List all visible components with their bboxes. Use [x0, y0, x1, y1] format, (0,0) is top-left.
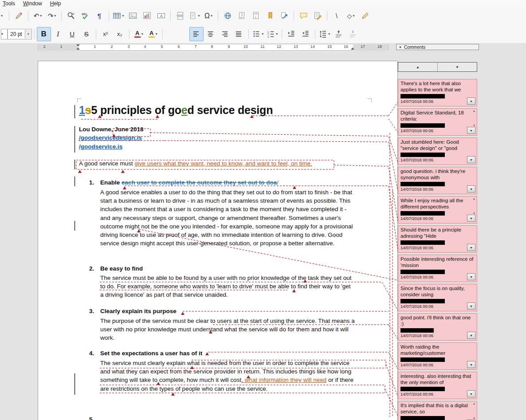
formatting-toolbar: ▾ 20 pt ▾ B I U S x² x₂ A ▾ A ▾	[0, 25, 526, 43]
insert-page-break-button[interactable]	[173, 9, 187, 23]
redo-button[interactable]: ↷▾	[45, 9, 59, 23]
comment-menu-button[interactable]: ▼	[467, 244, 475, 251]
font-color-dropdown-icon[interactable]: ▾	[141, 32, 143, 36]
insert-bookmark-button[interactable]	[263, 9, 277, 23]
menu-window[interactable]: Window	[23, 0, 42, 7]
comment-scrollbar[interactable]: ▲▼	[472, 197, 476, 215]
align-justify-button[interactable]	[232, 27, 246, 41]
bullet-list-button[interactable]: ▾	[251, 27, 265, 41]
align-right-button[interactable]	[218, 27, 232, 41]
insert-hyperlink-button[interactable]	[220, 9, 235, 23]
decrease-indent-button[interactable]	[298, 27, 313, 41]
next-comment-button[interactable]: ▼	[438, 63, 477, 71]
comment-box[interactable]: Just stumbled here: Good "service design…	[398, 137, 477, 165]
field-dropdown-icon[interactable]: ▾	[198, 14, 200, 18]
comment-menu-button[interactable]: ▼	[467, 127, 475, 134]
formatting-marks-button[interactable]: ¶	[92, 9, 106, 23]
line-spacing-dropdown-icon[interactable]: ▾	[328, 32, 330, 36]
comment-menu-button[interactable]: ▼	[467, 273, 475, 280]
insert-cross-reference-button[interactable]	[277, 9, 291, 23]
insert-endnote-button[interactable]: i	[249, 9, 263, 23]
comment-box[interactable]: interesting. also interesting that the o…	[398, 372, 477, 399]
decrease-paragraph-spacing-button[interactable]	[346, 27, 360, 41]
insert-textbox-button[interactable]: A	[154, 9, 168, 23]
superscript-button[interactable]: x²	[98, 27, 113, 41]
comment-scrollbar[interactable]: ▲▼	[472, 110, 476, 127]
bold-button[interactable]: B	[37, 27, 51, 41]
insert-image-button[interactable]	[126, 9, 140, 23]
comment-box[interactable]: There's a lot here that also applies to …	[398, 79, 477, 106]
basic-shapes-button[interactable]: ◇ ▾	[344, 9, 358, 23]
comment-menu-button[interactable]: ▼	[467, 156, 475, 163]
special-character-dropdown-icon[interactable]: ▾	[211, 14, 212, 18]
comment-date: 14/07/2018 00:06	[400, 216, 475, 221]
list-item-1-heading: 1.Enable each user to complete the outco…	[89, 179, 279, 186]
comment-box[interactable]: Since the focus is on quality, consider …	[398, 284, 477, 311]
bullet-list-dropdown-icon[interactable]: ▾	[262, 32, 263, 36]
left-indent-marker[interactable]	[76, 47, 80, 50]
comment-box[interactable]: Digital Service Standard, 18 criteria: 1…	[398, 108, 477, 136]
toolbar-overflow-partial[interactable]: ▾	[1, 9, 7, 23]
comment-menu-button[interactable]: ▼	[467, 332, 475, 339]
spelling-button[interactable]: abc	[78, 9, 92, 23]
paragraph-style-combo-partial[interactable]: ▾	[1, 29, 8, 39]
comment-box[interactable]: good question. i think they're synonymou…	[398, 167, 477, 194]
table-dropdown-icon[interactable]: ▾	[122, 14, 124, 18]
italic-button[interactable]: I	[51, 27, 65, 41]
comment-box[interactable]: Worth raiding the marketing/customer 14/…	[398, 342, 477, 370]
first-line-indent-marker[interactable]	[76, 44, 80, 47]
increase-paragraph-spacing-button[interactable]	[332, 27, 346, 41]
comment-menu-button[interactable]: ▼	[467, 390, 475, 397]
document-page[interactable]: 1s5 principles of goed service design Lo…	[38, 61, 398, 420]
show-draw-functions-button[interactable]	[358, 9, 372, 23]
numbered-list-button[interactable]: 1.2.3. ▾	[265, 27, 279, 41]
line-spacing-button[interactable]: ▾	[318, 27, 332, 41]
shapes-dropdown-icon[interactable]: ▾	[353, 14, 354, 18]
comment-box[interactable]: It's implied that this is a digital serv…	[398, 401, 477, 420]
clone-formatting-button[interactable]	[12, 9, 26, 23]
insert-line-button[interactable]: \	[330, 9, 344, 23]
comment-box[interactable]: good point. i'll think on that one :) 14…	[398, 313, 477, 341]
redo-dropdown-icon[interactable]: ▾	[54, 14, 56, 18]
font-size-dropdown-icon[interactable]: ▾	[25, 30, 31, 39]
increase-indent-button[interactable]	[284, 27, 298, 41]
align-right-icon	[220, 30, 229, 38]
find-replace-button[interactable]: ab	[64, 9, 78, 23]
comment-box[interactable]: While I enjoy reading all the different …	[398, 196, 477, 224]
highlight-color-button[interactable]: A ▾	[146, 27, 160, 41]
track-changes-button[interactable]	[310, 9, 325, 23]
menu-tools[interactable]: Tools	[3, 0, 15, 7]
comments-header-dropdown-icon[interactable]: ▼	[399, 46, 402, 49]
insert-table-button[interactable]: ▾	[111, 9, 126, 23]
insert-comment-button[interactable]	[296, 9, 310, 23]
strikethrough-button[interactable]: S	[79, 27, 94, 41]
undo-button[interactable]: ↶▾	[31, 9, 45, 23]
font-size-combo[interactable]: 20 pt ▾	[8, 29, 32, 39]
insert-field-button[interactable]: ▾	[187, 9, 201, 23]
align-center-button[interactable]	[204, 27, 218, 41]
comment-menu-button[interactable]: ▼	[467, 361, 475, 368]
undo-dropdown-icon[interactable]: ▾	[40, 14, 42, 18]
comments-ruler-header[interactable]: ▼ Comments	[396, 44, 479, 50]
highlight-dropdown-icon[interactable]: ▾	[156, 32, 157, 36]
menu-help[interactable]: Help	[50, 0, 61, 7]
comment-box[interactable]: Should there be a principle adressing "H…	[398, 225, 477, 253]
comment-box[interactable]: Possible interesting reference of 'missi…	[398, 255, 477, 282]
insert-special-character-button[interactable]: Ω ▾	[201, 9, 216, 23]
insert-footnote-button[interactable]: 1	[235, 9, 249, 23]
comment-scrollbar[interactable]: ▲▼	[472, 402, 476, 420]
right-indent-marker[interactable]	[351, 47, 354, 50]
previous-comment-button[interactable]: ▲	[398, 63, 438, 71]
comment-menu-button[interactable]: ▼	[467, 98, 475, 105]
comment-menu-button[interactable]: ▼	[467, 185, 475, 192]
hyperlink-goodservice[interactable]: /goodservice.is	[79, 143, 122, 150]
numbered-list-dropdown-icon[interactable]: ▾	[276, 32, 278, 36]
subscript-button[interactable]: x₂	[113, 27, 127, 41]
font-color-button[interactable]: A ▾	[132, 27, 146, 41]
underline-button[interactable]: U	[65, 27, 79, 41]
insert-chart-button[interactable]	[140, 9, 154, 23]
comment-menu-button[interactable]: ▼	[467, 302, 475, 310]
align-left-button[interactable]	[189, 27, 204, 41]
comment-menu-button[interactable]: ▼	[467, 215, 475, 222]
hyperlink-goodservicedesign[interactable]: /goodservicedesign.is	[79, 134, 142, 141]
